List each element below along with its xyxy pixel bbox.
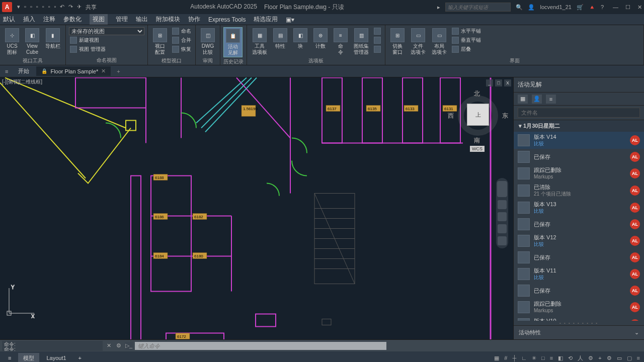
ucs-icon-button[interactable]: ⊹UCS图标 bbox=[3, 27, 21, 56]
activity-entry[interactable]: 已清除21 个项目已清除 AL bbox=[514, 182, 644, 199]
command-button[interactable]: ≡命令 bbox=[332, 27, 350, 56]
search-icon[interactable]: 🔍 bbox=[516, 4, 523, 11]
qat-undo-icon[interactable]: ↶ bbox=[60, 4, 64, 11]
status-cycling-icon[interactable]: ⟲ bbox=[567, 355, 574, 361]
properties-button[interactable]: ▤特性 bbox=[271, 27, 289, 50]
command-history[interactable]: 命令:命令:命令: bbox=[2, 341, 103, 351]
vp-restore-button[interactable]: 恢复 bbox=[171, 45, 192, 53]
status-snap-icon[interactable]: ┼ bbox=[511, 355, 517, 361]
zoom-extents-icon[interactable] bbox=[498, 212, 507, 221]
maximize-button[interactable]: ☐ bbox=[625, 4, 630, 11]
username-label[interactable]: locvend1_21 bbox=[540, 4, 571, 10]
blocks-button[interactable]: ◧块 bbox=[291, 27, 309, 50]
activity-entry[interactable]: 版本 V14比较 AL bbox=[514, 132, 644, 149]
help-icon[interactable]: ? bbox=[601, 4, 604, 10]
palette-extra-1[interactable] bbox=[373, 27, 382, 35]
resize-grip[interactable]: • • • • • • • • • bbox=[514, 321, 644, 325]
qat-print-icon[interactable]: ▫ bbox=[54, 4, 56, 11]
qat-share-icon[interactable]: ✈ bbox=[77, 4, 82, 11]
close-button[interactable]: ✕ bbox=[637, 4, 642, 11]
palette-extra-3[interactable] bbox=[373, 45, 382, 53]
panel-title[interactable]: 活动见解 bbox=[514, 77, 644, 93]
cmd-options-icon[interactable]: ⚙ bbox=[115, 342, 123, 350]
qat-folder-icon[interactable]: ▫ bbox=[30, 4, 32, 11]
activity-insights-button[interactable]: 📋活动见解 bbox=[223, 27, 243, 57]
tile-horiz-button[interactable]: 水平平铺 bbox=[451, 27, 482, 35]
vp-minimize-icon[interactable]: _ bbox=[486, 79, 493, 86]
qat-new-icon[interactable]: ▾ bbox=[17, 4, 20, 11]
new-view-button[interactable]: 新建视图 bbox=[69, 36, 144, 44]
steering-wheel-icon[interactable] bbox=[497, 181, 507, 197]
tab-overflow-icon[interactable]: ▣▾ bbox=[286, 16, 294, 23]
palette-extra-2[interactable] bbox=[373, 36, 382, 44]
model-tab[interactable]: 模型 bbox=[18, 353, 39, 363]
activity-properties-header[interactable]: 活动特性⌄ bbox=[514, 325, 644, 339]
tab-insert[interactable]: 插入 bbox=[23, 15, 35, 24]
viewcube-south[interactable]: 南 bbox=[474, 136, 480, 145]
tile-vert-button[interactable]: 垂直平铺 bbox=[451, 36, 482, 44]
expand-icon[interactable]: ⌄ bbox=[634, 329, 639, 336]
status-plus-icon[interactable]: + bbox=[597, 355, 602, 361]
command-input[interactable] bbox=[135, 342, 386, 350]
add-layout-button[interactable]: + bbox=[73, 353, 87, 362]
tool-palettes-button[interactable]: ▦工具选项板 bbox=[250, 27, 269, 56]
viewcube-north[interactable]: 北 bbox=[474, 89, 480, 98]
viewcube-west[interactable]: 西 bbox=[448, 112, 454, 120]
wcs-label[interactable]: WCS bbox=[470, 146, 485, 152]
drawing-tab[interactable]: 🔒 Floor Plan Sample* ✕ bbox=[36, 66, 111, 76]
vp-named-button[interactable]: 命名 bbox=[171, 27, 192, 35]
tabs-menu-icon[interactable]: ≡ bbox=[2, 68, 11, 74]
activity-entry[interactable]: 跟踪已删除Markups AL bbox=[514, 299, 644, 316]
switch-windows-button[interactable]: ⊞切换窗口 bbox=[388, 27, 407, 56]
showmotion-icon[interactable] bbox=[498, 236, 507, 245]
vp-merge-button[interactable]: 合并 bbox=[171, 36, 192, 44]
cmd-close-icon[interactable]: ✕ bbox=[105, 342, 113, 350]
minimize-button[interactable]: — bbox=[613, 4, 618, 11]
activity-entry[interactable]: 版本 V12比较 AL bbox=[514, 232, 644, 249]
tab-addins[interactable]: 附加模块 bbox=[156, 15, 180, 24]
qat-share-label[interactable]: 共享 bbox=[86, 4, 97, 11]
qat-plot-icon[interactable]: ▫ bbox=[48, 4, 50, 11]
status-workspace-icon[interactable]: ⚙ bbox=[606, 355, 613, 361]
status-polar-icon[interactable]: ✳ bbox=[531, 355, 537, 361]
panel-grid-icon[interactable]: ▦ bbox=[518, 95, 528, 104]
navigation-bar[interactable] bbox=[496, 178, 508, 248]
qat-open-icon[interactable]: ▫ bbox=[24, 4, 26, 11]
tab-manage[interactable]: 管理 bbox=[116, 15, 128, 24]
vp-close-icon[interactable]: X bbox=[504, 79, 511, 86]
search-input[interactable] bbox=[445, 3, 511, 12]
tab-collab[interactable]: 协作 bbox=[188, 15, 200, 24]
activity-entry[interactable]: 跟踪已删除Markups AL bbox=[514, 165, 644, 182]
tab-output[interactable]: 输出 bbox=[136, 15, 148, 24]
cascade-button[interactable]: 层叠 bbox=[451, 45, 482, 53]
orbit-icon[interactable] bbox=[498, 224, 507, 233]
status-grid-icon[interactable]: # bbox=[503, 355, 508, 361]
panel-list-icon[interactable]: ≡ bbox=[546, 95, 556, 104]
ucs-origin-icon[interactable]: YX bbox=[4, 283, 39, 319]
qat-saveas-icon[interactable]: ▫ bbox=[42, 4, 44, 11]
viewcube-top[interactable]: 上 bbox=[467, 104, 489, 126]
tab-param[interactable]: 参数化 bbox=[63, 15, 82, 24]
status-osnap-icon[interactable]: □ bbox=[540, 355, 546, 361]
saved-view-select[interactable]: 未保存的视图 bbox=[69, 27, 144, 35]
activity-entry[interactable]: 版本 V13比较 AL bbox=[514, 199, 644, 216]
status-ortho-icon[interactable]: ∟ bbox=[520, 355, 528, 361]
search-caret-icon[interactable]: ▸ bbox=[437, 4, 440, 11]
start-tab[interactable]: 开始 bbox=[13, 66, 34, 76]
activity-entry[interactable]: 版本 V11比较 AL bbox=[514, 265, 644, 283]
view-manager-button[interactable]: 视图 管理器 bbox=[69, 45, 144, 53]
sheetset-button[interactable]: ▥图纸集管理器 bbox=[352, 27, 371, 56]
tab-default[interactable]: 默认 bbox=[3, 15, 15, 24]
dwg-compare-button[interactable]: ◫DWG比较 bbox=[199, 27, 217, 56]
tab-express[interactable]: Express Tools bbox=[208, 16, 246, 23]
pan-icon[interactable] bbox=[498, 200, 507, 209]
app-logo[interactable]: A bbox=[2, 2, 12, 12]
qat-redo-icon[interactable]: ↷ bbox=[68, 4, 73, 11]
status-clean-icon[interactable]: ▢ bbox=[626, 355, 633, 361]
status-menu-icon[interactable]: ≡ bbox=[3, 353, 16, 362]
tab-featured[interactable]: 精选应用 bbox=[254, 15, 278, 24]
layout1-tab[interactable]: Layout1 bbox=[41, 353, 71, 362]
user-icon[interactable]: 👤 bbox=[528, 4, 535, 11]
status-transparency-icon[interactable]: ◧ bbox=[557, 355, 564, 361]
tab-close-icon[interactable]: ✕ bbox=[101, 68, 106, 74]
